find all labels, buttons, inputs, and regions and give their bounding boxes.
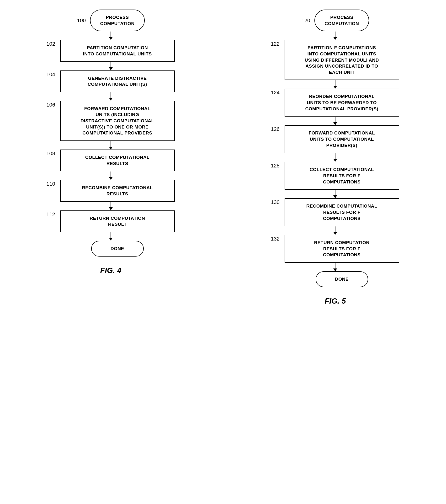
fig5-step-row-3: 128 COLLECT COMPUTATIONALRESULTS FOR FCO… xyxy=(268,162,402,190)
fig5-label: FIG. 5 xyxy=(325,297,346,306)
fig4-start-label: PROCESSCOMPUTATION xyxy=(100,14,135,27)
fig5-step-content-1: REORDER COMPUTATIONALUNITS TO BE FORWARD… xyxy=(281,89,402,117)
fig4-end-row: DONE xyxy=(44,241,178,256)
fig4-start-row: 100 PROCESSCOMPUTATION xyxy=(44,10,178,31)
fig4-spacer-top: 100 xyxy=(77,18,90,24)
fig5-arrow-0 xyxy=(333,31,337,40)
fig4-arrow-0 xyxy=(109,31,113,40)
fig4-start-oval: PROCESSCOMPUTATION xyxy=(90,10,144,31)
fig5-step-content-4: RECOMBINE COMPUTATIONALRESULTS FOR FCOMP… xyxy=(281,198,402,226)
fig4-step-content-0: PARTITION COMPUTATIONINTO COMPUTATIONAL … xyxy=(57,40,178,62)
fig5-step-content-2: FORWARD COMPUTATIONALUNITS TO COMPUTATIO… xyxy=(281,125,402,153)
fig5-ref-top: 120 xyxy=(301,18,310,23)
fig4-step-content-5: RETURN COMPUTATIONRESULT xyxy=(57,210,178,232)
fig4-end-oval: DONE xyxy=(91,241,144,256)
diagrams-container: 100 PROCESSCOMPUTATION 102 PARTITION COM… xyxy=(8,10,438,306)
fig4-rect-label-3: COLLECT COMPUTATIONALRESULTS xyxy=(85,154,150,166)
fig5-end-oval: DONE xyxy=(316,271,368,287)
fig5-arrow-2 xyxy=(333,117,337,125)
fig4-arrow-4 xyxy=(109,171,113,180)
fig5-rect-label-2: FORWARD COMPUTATIONALUNITS TO COMPUTATIO… xyxy=(309,130,375,148)
fig4-rect-label-5: RETURN COMPUTATIONRESULT xyxy=(89,215,145,227)
fig4-arrow-5 xyxy=(109,202,113,210)
fig4-rect-label-1: GENERATE DISTRACTIVECOMPUTATIONAL UNIT(S… xyxy=(88,75,147,88)
fig4-arrow-end xyxy=(109,232,113,241)
fig4-step-content-1: GENERATE DISTRACTIVECOMPUTATIONAL UNIT(S… xyxy=(57,71,178,92)
fig4-label: FIG. 4 xyxy=(100,266,121,275)
fig4-step-content-4: RECOMBINE COMPUTATIONALRESULTS xyxy=(57,180,178,202)
fig4-step-num-0: 102 xyxy=(44,40,57,47)
fig4-rect-0: PARTITION COMPUTATIONINTO COMPUTATIONAL … xyxy=(60,40,175,62)
fig4-step-row-3: 108 COLLECT COMPUTATIONALRESULTS xyxy=(44,149,178,171)
fig5-step-row-1: 124 REORDER COMPUTATIONALUNITS TO BE FOR… xyxy=(268,89,402,117)
fig5-flow: 120 PROCESSCOMPUTATION 122 PARTITION F C… xyxy=(233,10,438,287)
fig5-rect-label-3: COLLECT COMPUTATIONALRESULTS FOR FCOMPUT… xyxy=(310,166,374,185)
fig4-rect-5: RETURN COMPUTATIONRESULT xyxy=(60,210,175,232)
fig4-rect-label-0: PARTITION COMPUTATIONINTO COMPUTATIONAL … xyxy=(83,45,152,57)
fig4-step-row-5: 112 RETURN COMPUTATIONRESULT xyxy=(44,210,178,232)
fig5-step-row-4: 130 RECOMBINE COMPUTATIONALRESULTS FOR F… xyxy=(268,198,402,226)
fig5-step-num-1: 124 xyxy=(268,89,281,96)
fig5-rect-2: FORWARD COMPUTATIONALUNITS TO COMPUTATIO… xyxy=(285,125,399,153)
fig5-arrow-end xyxy=(333,263,337,271)
fig4-diagram: 100 PROCESSCOMPUTATION 102 PARTITION COM… xyxy=(8,10,213,275)
fig5-step-row-0: 122 PARTITION F COMPUTATIONSINTO COMPUTA… xyxy=(268,40,402,80)
fig4-step-content-3: COLLECT COMPUTATIONALRESULTS xyxy=(57,149,178,171)
fig5-start-label: PROCESSCOMPUTATION xyxy=(325,14,359,27)
fig4-rect-3: COLLECT COMPUTATIONALRESULTS xyxy=(60,149,175,171)
fig5-rect-1: REORDER COMPUTATIONALUNITS TO BE FORWARD… xyxy=(285,89,399,117)
fig4-step-row-1: 104 GENERATE DISTRACTIVECOMPUTATIONAL UN… xyxy=(44,71,178,92)
fig5-end-row: DONE xyxy=(268,271,402,287)
fig5-step-num-3: 128 xyxy=(268,162,281,169)
fig5-spacer-top: 120 xyxy=(301,18,314,24)
fig4-step-num-5: 112 xyxy=(44,210,57,218)
fig5-arrow-3 xyxy=(333,153,337,162)
fig5-rect-label-0: PARTITION F COMPUTATIONSINTO COMPUTATION… xyxy=(305,45,379,75)
fig5-start-row: 120 PROCESSCOMPUTATION xyxy=(268,10,402,31)
fig4-step-row-0: 102 PARTITION COMPUTATIONINTO COMPUTATIO… xyxy=(44,40,178,62)
fig4-step-row-2: 106 FORWARD COMPUTATIONALUNITS (INCLUDIN… xyxy=(44,101,178,141)
fig5-rect-0: PARTITION F COMPUTATIONSINTO COMPUTATION… xyxy=(285,40,399,80)
fig4-rect-4: RECOMBINE COMPUTATIONALRESULTS xyxy=(60,180,175,202)
fig5-rect-label-5: RETURN COMPUTATIONRESULTS FOR FCOMPUTATI… xyxy=(314,240,369,258)
fig4-rect-2: FORWARD COMPUTATIONALUNITS (INCLUDINGDIS… xyxy=(60,101,175,141)
fig4-rect-1: GENERATE DISTRACTIVECOMPUTATIONAL UNIT(S… xyxy=(60,71,175,92)
fig5-rect-3: COLLECT COMPUTATIONALRESULTS FOR FCOMPUT… xyxy=(285,162,399,190)
fig5-step-content-5: RETURN COMPUTATIONRESULTS FOR FCOMPUTATI… xyxy=(281,235,402,263)
fig4-ref-top: 100 xyxy=(77,18,86,23)
fig4-step-content-2: FORWARD COMPUTATIONALUNITS (INCLUDINGDIS… xyxy=(57,101,178,141)
fig5-arrow-5 xyxy=(333,226,337,235)
fig5-step-content-0: PARTITION F COMPUTATIONSINTO COMPUTATION… xyxy=(281,40,402,80)
fig5-arrow-1 xyxy=(333,80,337,89)
fig4-arrow-3 xyxy=(109,141,113,149)
fig4-step-num-2: 106 xyxy=(44,101,57,108)
fig4-step-row-4: 110 RECOMBINE COMPUTATIONALRESULTS xyxy=(44,180,178,202)
fig4-flow: 100 PROCESSCOMPUTATION 102 PARTITION COM… xyxy=(8,10,213,256)
fig5-step-num-5: 132 xyxy=(268,235,281,242)
fig4-step-num-4: 110 xyxy=(44,180,57,187)
fig5-rect-label-4: RECOMBINE COMPUTATIONALRESULTS FOR FCOMP… xyxy=(306,203,377,221)
fig5-end-label: DONE xyxy=(335,276,349,282)
fig5-rect-5: RETURN COMPUTATIONRESULTS FOR FCOMPUTATI… xyxy=(285,235,399,263)
fig4-rect-label-4: RECOMBINE COMPUTATIONALRESULTS xyxy=(82,185,153,197)
fig4-arrow-2 xyxy=(109,92,113,101)
fig4-step-num-3: 108 xyxy=(44,149,57,157)
fig5-arrow-4 xyxy=(333,190,337,198)
fig5-step-row-5: 132 RETURN COMPUTATIONRESULTS FOR FCOMPU… xyxy=(268,235,402,263)
fig4-arrow-1 xyxy=(109,62,113,71)
fig5-step-content-3: COLLECT COMPUTATIONALRESULTS FOR FCOMPUT… xyxy=(281,162,402,190)
fig5-step-num-4: 130 xyxy=(268,198,281,205)
fig5-rect-label-1: REORDER COMPUTATIONALUNITS TO BE FORWARD… xyxy=(305,93,378,112)
fig5-step-row-2: 126 FORWARD COMPUTATIONALUNITS TO COMPUT… xyxy=(268,125,402,153)
fig4-end-label: DONE xyxy=(111,246,124,252)
fig5-rect-4: RECOMBINE COMPUTATIONALRESULTS FOR FCOMP… xyxy=(285,198,399,226)
fig5-step-num-2: 126 xyxy=(268,125,281,132)
fig4-step-num-1: 104 xyxy=(44,71,57,78)
fig5-step-num-0: 122 xyxy=(268,40,281,47)
fig5-diagram: 120 PROCESSCOMPUTATION 122 PARTITION F C… xyxy=(233,10,438,306)
fig5-start-oval: PROCESSCOMPUTATION xyxy=(314,10,369,31)
fig4-rect-label-2: FORWARD COMPUTATIONALUNITS (INCLUDINGDIS… xyxy=(81,106,154,136)
